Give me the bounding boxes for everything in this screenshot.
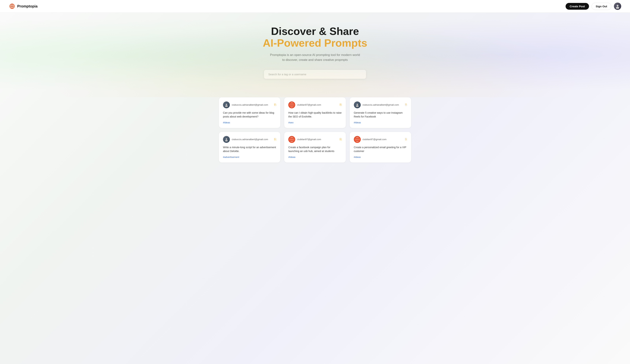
card-username: ciubucciu.adrianalbert@gmail.com [362, 103, 399, 106]
card-header: ciubucciu.adrianalbert@gmail.com ⎘ [354, 101, 407, 108]
card-body: Generate 5 creative ways to use Instagra… [354, 111, 407, 119]
prompt-card[interactable]: ciubucciu.adrianalbert@gmail.com ⎘ Gener… [350, 97, 411, 128]
card-tag[interactable]: #Ideas [223, 121, 276, 124]
card-header: ciubilan97@gmail.com ⎘ [288, 101, 342, 108]
svg-point-18 [225, 140, 228, 142]
svg-point-15 [356, 104, 358, 105]
hero-title-line1: Discover & Share [4, 25, 626, 37]
svg-point-8 [226, 104, 227, 105]
card-username: ciubilan97@gmail.com [297, 138, 321, 141]
prompt-card[interactable]: ciubilan97@gmail.com ⎘ Create a personal… [350, 132, 411, 163]
svg-point-16 [356, 105, 358, 107]
card-username: ciubucciu.adrianalbert@gmail.com [232, 138, 268, 141]
card-user: ciubucciu.adrianalbert@gmail.com [223, 136, 268, 143]
card-body: Create a facebook campaign plan for laun… [288, 146, 342, 153]
cards-section: ciubucciu.adrianalbert@gmail.com ⎘ Can y… [214, 97, 416, 174]
user-avatar[interactable] [614, 2, 621, 10]
svg-point-17 [226, 138, 227, 140]
hero-section: Discover & Share AI-Powered Prompts Prom… [0, 13, 630, 97]
svg-point-9 [225, 105, 228, 107]
sign-out-button[interactable]: Sign Out [592, 3, 612, 10]
card-avatar [354, 136, 361, 143]
prompt-card[interactable]: ciubucciu.adrianalbert@gmail.com ⎘ Can y… [219, 97, 280, 128]
svg-point-6 [617, 5, 618, 6]
card-avatar [354, 101, 361, 108]
card-header: ciubilan97@gmail.com ⎘ [288, 136, 342, 143]
copy-icon[interactable]: ⎘ [405, 103, 407, 107]
copy-icon[interactable]: ⎘ [340, 137, 342, 141]
card-avatar [288, 136, 295, 143]
card-username: ciubilan97@gmail.com [362, 138, 386, 141]
copy-icon[interactable]: ⎘ [340, 103, 342, 107]
card-tag[interactable]: #seo [288, 121, 342, 124]
header: Promptopia Create Post Sign Out [0, 0, 630, 13]
logo-icon [9, 3, 15, 9]
card-user: ciubucciu.adrianalbert@gmail.com [223, 101, 268, 108]
copy-icon[interactable]: ⎘ [274, 103, 276, 107]
card-header: ciubilan97@gmail.com ⎘ [354, 136, 407, 143]
prompt-card[interactable]: ciubilan97@gmail.com ⎘ Create a facebook… [284, 132, 346, 163]
card-avatar [223, 101, 230, 108]
card-body: Create a personalized email greeting for… [354, 146, 407, 153]
search-container [264, 70, 366, 79]
card-avatar [223, 136, 230, 143]
card-username: ciubilan97@gmail.com [297, 103, 321, 106]
card-user: ciubilan97@gmail.com [288, 101, 321, 108]
logo-text: Promptopia [17, 4, 38, 8]
hero-title-line2: AI-Powered Prompts [4, 37, 626, 49]
svg-point-7 [616, 7, 619, 9]
logo-area[interactable]: Promptopia [9, 3, 38, 9]
card-username: ciubucciu.adrianalbert@gmail.com [232, 103, 268, 106]
cards-grid: ciubucciu.adrianalbert@gmail.com ⎘ Can y… [219, 97, 411, 163]
copy-icon[interactable]: ⎘ [274, 137, 276, 141]
card-tag[interactable]: #Ideas [288, 156, 342, 159]
card-body: How can I obtain high-quality backlinks … [288, 111, 342, 119]
card-avatar [288, 101, 295, 108]
prompt-card[interactable]: ciubucciu.adrianalbert@gmail.com ⎘ Write… [219, 132, 280, 163]
create-post-button[interactable]: Create Post [566, 3, 589, 10]
card-header: ciubucciu.adrianalbert@gmail.com ⎘ [223, 136, 276, 143]
hero-subtitle: Promptopia is an open-source AI promptin… [269, 52, 361, 62]
card-tag[interactable]: #Ideas [354, 121, 407, 124]
card-tag[interactable]: #advertisement [223, 156, 276, 159]
card-body: Write a minute-long script for an advert… [223, 146, 276, 153]
avatar-image [614, 2, 621, 10]
card-header: ciubucciu.adrianalbert@gmail.com ⎘ [223, 101, 276, 108]
prompt-card[interactable]: ciubilan97@gmail.com ⎘ How can I obtain … [284, 97, 346, 128]
header-actions: Create Post Sign Out [566, 2, 621, 10]
card-tag[interactable]: #ideas [354, 156, 407, 159]
card-body: Can you provide me with some ideas for b… [223, 111, 276, 119]
search-input[interactable] [264, 70, 366, 79]
card-user: ciubilan97@gmail.com [354, 136, 386, 143]
card-user: ciubilan97@gmail.com [288, 136, 321, 143]
card-user: ciubucciu.adrianalbert@gmail.com [354, 101, 399, 108]
svg-point-5 [12, 6, 12, 6]
copy-icon[interactable]: ⎘ [405, 137, 407, 141]
